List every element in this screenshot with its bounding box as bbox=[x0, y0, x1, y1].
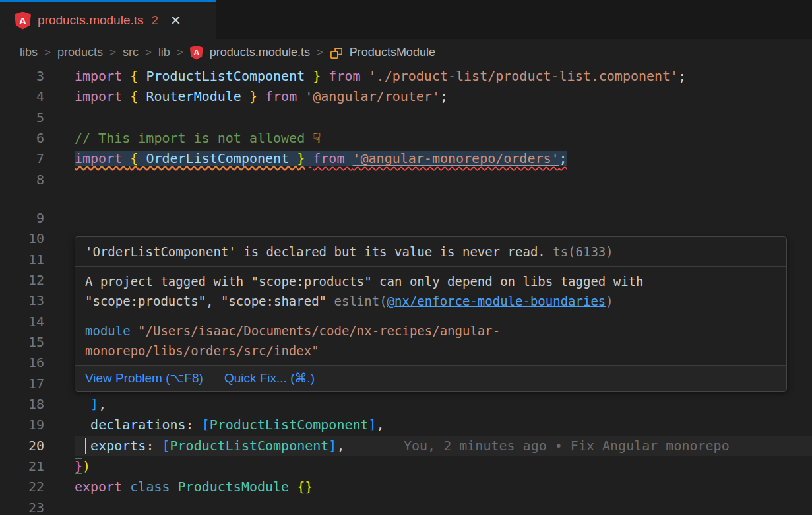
code-token: ☟ bbox=[313, 130, 321, 146]
code-token: ; bbox=[440, 88, 448, 104]
code-token: , bbox=[98, 396, 106, 412]
breadcrumb-item-src[interactable]: src bbox=[123, 46, 139, 59]
code-line-content bbox=[75, 208, 812, 228]
code-line[interactable]: 3import { ProductListComponent } from '.… bbox=[0, 66, 812, 86]
line-number[interactable]: 5 bbox=[0, 108, 46, 128]
code-line-content: import { ProductListComponent } from './… bbox=[75, 66, 812, 86]
line-number[interactable]: 15 bbox=[0, 332, 46, 353]
code-token: import bbox=[75, 68, 130, 84]
code-token: [ bbox=[162, 438, 170, 454]
code-token: import bbox=[75, 151, 130, 166]
code-token bbox=[257, 88, 265, 104]
eslint-rule-link[interactable]: @nx/enforce-module-boundaries bbox=[387, 294, 606, 308]
code-line[interactable]: 7import { OrderListComponent } from '@an… bbox=[0, 149, 812, 169]
line-number[interactable]: 7 bbox=[0, 149, 46, 169]
line-number[interactable]: 22 bbox=[0, 477, 46, 497]
code-token: './product-list/product-list.component' bbox=[369, 68, 679, 84]
line-number[interactable]: 16 bbox=[0, 353, 46, 373]
module-keyword: module bbox=[85, 324, 131, 338]
code-line-content bbox=[75, 498, 812, 515]
code-token: ] bbox=[90, 396, 98, 412]
code-token: RouterModule bbox=[138, 88, 249, 104]
line-number[interactable]: 9 bbox=[0, 208, 46, 228]
breadcrumb-item-symbol[interactable]: ProductsModule bbox=[350, 46, 435, 59]
line-number[interactable]: 21 bbox=[0, 456, 46, 477]
code-token: : bbox=[186, 417, 202, 432]
code-token: '@angular/router' bbox=[305, 88, 440, 104]
code-token: ProductsModule bbox=[178, 479, 297, 495]
code-token: export bbox=[75, 479, 130, 495]
indent-guide bbox=[75, 436, 75, 456]
code-line[interactable]: 19 declarations: [ProductListComponent], bbox=[0, 415, 812, 435]
code-token: } bbox=[249, 88, 257, 104]
code-token: ; bbox=[678, 68, 686, 84]
breadcrumb-item-file[interactable]: products.module.ts bbox=[210, 46, 310, 59]
line-number[interactable]: 14 bbox=[0, 312, 46, 332]
tab-problems-badge: 2 bbox=[152, 13, 159, 28]
code-line[interactable]: 18 ], bbox=[0, 394, 812, 415]
code-line-content: }) bbox=[75, 456, 812, 477]
code-token: ] bbox=[328, 438, 336, 454]
code-token: { bbox=[130, 151, 138, 166]
code-line-content: import { RouterModule } from '@angular/r… bbox=[75, 86, 812, 107]
error-hover-popup: 'OrderListComponent' is declared but its… bbox=[75, 236, 787, 392]
line-number[interactable]: 10 bbox=[0, 228, 46, 249]
breadcrumb-item-products[interactable]: products bbox=[57, 46, 103, 59]
tab-bar: A products.module.ts 2 ✕ bbox=[0, 0, 812, 39]
code-line-content: ], bbox=[75, 394, 812, 415]
line-number[interactable]: 20 bbox=[0, 436, 46, 456]
line-number[interactable]: 18 bbox=[0, 394, 46, 415]
line-number[interactable]: 3 bbox=[0, 66, 46, 86]
line-number[interactable]: 6 bbox=[0, 128, 46, 149]
angular-file-icon: A bbox=[15, 12, 31, 30]
code-line[interactable]: 23 bbox=[0, 498, 812, 515]
code-line[interactable]: 8 bbox=[0, 170, 812, 190]
line-number[interactable]: 23 bbox=[0, 498, 46, 515]
code-line[interactable]: 9 bbox=[0, 208, 812, 228]
code-line[interactable]: 6// This import is not allowed ☟ bbox=[0, 128, 812, 149]
code-token: ProductListComponent bbox=[210, 417, 369, 432]
chevron-right-icon: > bbox=[44, 46, 51, 59]
eslint-diagnostic-message: A project tagged with "scope:products" c… bbox=[75, 266, 786, 316]
code-token: declarations bbox=[90, 417, 186, 432]
code-token: OrderListComponent bbox=[138, 151, 297, 166]
line-number[interactable]: 4 bbox=[0, 86, 46, 107]
line-number[interactable]: 11 bbox=[0, 250, 46, 270]
close-icon[interactable]: ✕ bbox=[170, 13, 181, 28]
code-line[interactable]: 5 bbox=[0, 108, 812, 128]
editor[interactable]: 3import { ProductListComponent } from '.… bbox=[0, 66, 812, 515]
code-token bbox=[75, 438, 90, 454]
code-line[interactable]: 20 exports: [ProductListComponent],You, … bbox=[0, 436, 812, 456]
line-number[interactable]: 19 bbox=[0, 415, 46, 435]
code-line[interactable]: 22export class ProductsModule {} bbox=[0, 477, 812, 497]
view-problem-action[interactable]: View Problem (⌥F8) bbox=[85, 368, 203, 388]
eslint-message-line1: A project tagged with "scope:products" c… bbox=[85, 271, 776, 291]
code-token: { bbox=[130, 68, 138, 84]
code-line[interactable]: 21}) bbox=[0, 456, 812, 477]
diagnostic-text: 'OrderListComponent' is declared but its… bbox=[85, 244, 546, 259]
breadcrumb-item-libs[interactable]: libs bbox=[20, 46, 38, 59]
indent-guide bbox=[75, 415, 75, 435]
code-token: } bbox=[313, 68, 321, 84]
code-line[interactable]: 4import { RouterModule } from '@angular/… bbox=[0, 86, 812, 107]
angular-file-icon: A bbox=[190, 46, 203, 60]
chevron-right-icon: > bbox=[145, 46, 152, 59]
line-number[interactable]: 8 bbox=[0, 170, 46, 190]
code-token bbox=[75, 396, 90, 412]
text-cursor bbox=[85, 438, 86, 454]
code-token: , bbox=[336, 438, 344, 454]
code-token: { bbox=[130, 88, 138, 104]
breadcrumb: libs > products > src > lib > A products… bbox=[0, 39, 812, 66]
line-number[interactable]: 13 bbox=[0, 291, 46, 311]
line-number[interactable]: 12 bbox=[0, 270, 46, 291]
breadcrumb-item-lib[interactable]: lib bbox=[158, 46, 170, 59]
eslint-message-line2: "scope:products", "scope:shared" eslint(… bbox=[85, 291, 776, 311]
line-number[interactable]: 17 bbox=[0, 374, 46, 394]
diagnostic-code: ts(6133) bbox=[546, 244, 613, 259]
tab-products-module[interactable]: A products.module.ts 2 ✕ bbox=[0, 0, 216, 39]
code-token: [ bbox=[202, 417, 210, 432]
code-token: from bbox=[265, 88, 305, 104]
code-token: , bbox=[377, 417, 385, 432]
quick-fix-action[interactable]: Quick Fix... (⌘.) bbox=[224, 368, 315, 388]
code-line-content bbox=[75, 108, 812, 128]
